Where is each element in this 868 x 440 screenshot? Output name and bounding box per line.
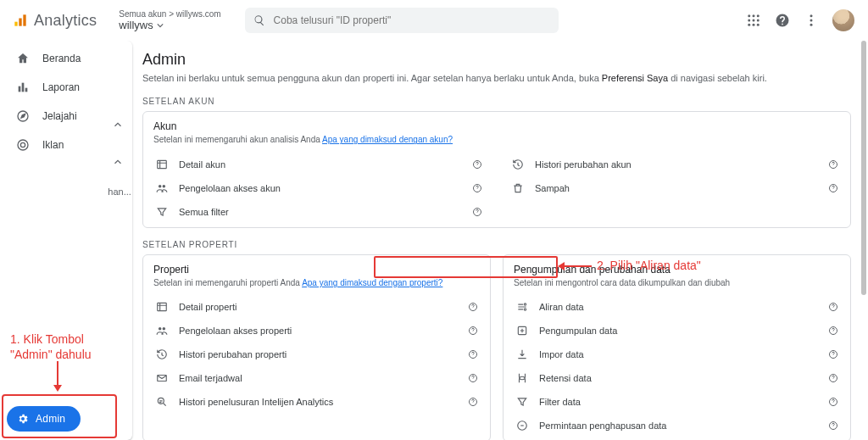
help-icon[interactable] [470, 159, 484, 170]
detail-icon [153, 159, 170, 170]
account-switcher[interactable]: Semua akun > willyws.com willyws [110, 8, 229, 33]
page-subtitle: Setelan ini berlaku untuk semua pengguna… [142, 72, 851, 85]
help-icon[interactable] [466, 397, 480, 407]
list-item-label: Histori perubahan akun [535, 159, 826, 170]
access-icon [153, 325, 170, 337]
main-content-area: ubahan... Admin Setelan ini berlaku untu… [108, 41, 868, 440]
delete-icon [514, 420, 531, 432]
property-item-detail[interactable]: Detail properti [153, 295, 480, 319]
svg-rect-15 [19, 86, 21, 92]
list-item-label: Semua filter [179, 207, 470, 217]
account-item-trash[interactable]: Sampah [509, 176, 840, 200]
list-item-label: Aliran data [539, 302, 826, 312]
avatar[interactable] [832, 9, 854, 31]
account-name: willyws [119, 19, 153, 31]
page-title: Admin [142, 51, 851, 69]
svg-rect-2 [23, 14, 25, 25]
help-icon[interactable] [826, 183, 840, 193]
apps-icon[interactable] [746, 13, 761, 28]
help-icon[interactable] [466, 373, 480, 383]
sidebar-item-explore[interactable]: Jelajahi [0, 102, 81, 131]
account-item-filter[interactable]: Semua filter [153, 200, 484, 224]
property-item-history[interactable]: Histori perubahan properti [153, 343, 480, 366]
svg-rect-0 [14, 22, 17, 26]
svg-point-8 [757, 19, 760, 22]
scrollbar-thumb[interactable] [861, 41, 866, 295]
explore-icon [15, 109, 31, 123]
svg-point-23 [159, 185, 162, 188]
mail-icon [153, 372, 170, 384]
chevron-up-icon[interactable] [112, 119, 125, 132]
help-icon[interactable] [826, 326, 840, 336]
account-item-access[interactable]: Pengelolaan akses akun [153, 176, 484, 200]
sidebar-item-ads[interactable]: Iklan [0, 131, 81, 159]
property-card: Properti Setelan ini memengaruhi propert… [142, 254, 491, 440]
detail-icon [153, 301, 170, 313]
account-item-history[interactable]: Histori perubahan akun [509, 153, 840, 176]
search-box[interactable] [245, 8, 559, 33]
sidebar-item-label: Laporan [42, 81, 80, 93]
list-item-label: Permintaan penghapusan data [539, 421, 826, 431]
card-title: Akun [153, 120, 840, 132]
help-icon[interactable] [470, 207, 484, 217]
svg-point-5 [757, 14, 760, 17]
data-item-delete[interactable]: Permintaan penghapusan data [514, 414, 840, 437]
collect-icon [514, 325, 531, 337]
list-item-label: Pengumpulan data [539, 326, 826, 336]
property-item-access[interactable]: Pengelolaan akses properti [153, 319, 480, 343]
card-sub: Setelan ini mengontrol cara data dikumpu… [514, 277, 840, 289]
svg-point-9 [748, 24, 750, 26]
help-icon[interactable] [826, 397, 840, 407]
help-icon[interactable] [826, 159, 840, 170]
list-item-label: Detail properti [179, 302, 466, 312]
admin-label: Admin [36, 413, 65, 425]
sidebar: BerandaLaporanJelajahiIklan [0, 41, 81, 440]
list-item-label: Filter data [539, 397, 826, 407]
svg-rect-17 [25, 88, 28, 92]
svg-rect-16 [22, 83, 25, 92]
svg-rect-21 [158, 160, 167, 168]
data-item-collect[interactable]: Pengumpulan data [514, 319, 840, 343]
scrollbar[interactable] [858, 41, 868, 440]
help-icon[interactable] [470, 183, 484, 193]
ads-icon [15, 138, 31, 152]
data-item-import[interactable]: Impor data [514, 343, 840, 366]
svg-point-13 [810, 19, 813, 22]
help-icon[interactable] [466, 326, 480, 336]
sidebar-item-home[interactable]: Beranda [0, 44, 81, 73]
filter-icon [514, 396, 531, 408]
list-item-label: Pengelolaan akses properti [179, 326, 466, 336]
chevron-up-icon[interactable] [112, 156, 125, 170]
top-header: Analytics Semua akun > willyws.com willy… [0, 0, 868, 41]
svg-point-39 [524, 304, 526, 305]
card-title: Properti [153, 264, 480, 276]
svg-point-12 [810, 14, 813, 17]
help-icon[interactable] [775, 13, 790, 28]
list-item-label: Sampah [535, 183, 826, 193]
data-item-filter[interactable]: Filter data [514, 390, 840, 414]
secondary-panel: ubahan... [108, 41, 132, 440]
data-item-retention[interactable]: Retensi data [514, 366, 840, 390]
content-scroll[interactable]: Admin Setelan ini berlaku untuk semua pe… [142, 41, 854, 440]
help-icon[interactable] [826, 349, 840, 359]
property-item-mail[interactable]: Email terjadwal [153, 366, 480, 390]
help-icon[interactable] [466, 349, 480, 359]
data-item-stream[interactable]: Aliran data [514, 295, 840, 319]
account-help-link[interactable]: Apa yang dimaksud dengan akun? [322, 135, 453, 144]
search-input[interactable] [272, 14, 550, 27]
admin-button[interactable]: Admin [7, 406, 81, 432]
more-icon[interactable] [804, 13, 819, 28]
search-icon [253, 14, 265, 26]
property-help-link[interactable]: Apa yang dimaksud dengan properti? [302, 278, 442, 287]
access-icon [153, 182, 170, 194]
help-icon[interactable] [466, 302, 480, 312]
sidebar-item-reports[interactable]: Laporan [0, 73, 81, 102]
data-collection-card: Pengumpulan dan perubahan data Setelan i… [503, 254, 851, 440]
account-item-detail[interactable]: Detail akun [153, 153, 484, 176]
property-item-searchhist[interactable]: Histori penelusuran Intelijen Analytics [153, 390, 480, 414]
svg-point-6 [748, 19, 750, 22]
help-icon[interactable] [826, 373, 840, 383]
help-icon[interactable] [826, 421, 840, 431]
retention-icon [514, 372, 531, 384]
help-icon[interactable] [826, 302, 840, 312]
